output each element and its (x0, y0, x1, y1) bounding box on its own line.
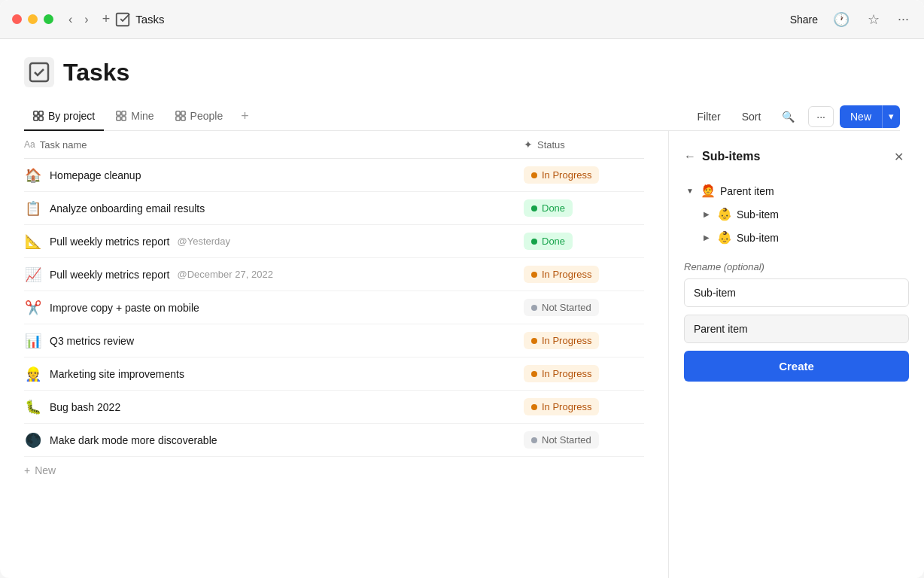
status-badge: In Progress (524, 166, 599, 184)
chevron-down-icon: ▾ (889, 111, 894, 122)
svg-rect-5 (39, 117, 43, 120)
status-cell: In Progress (524, 365, 644, 382)
status-badge: In Progress (524, 332, 599, 349)
status-dot (531, 371, 537, 377)
tab-people-label: People (190, 110, 223, 122)
panel-header: ← Sub-items ✕ (684, 146, 909, 167)
status-cell: In Progress (524, 266, 644, 283)
new-button[interactable]: New (840, 105, 882, 128)
tab-mine[interactable]: Mine (107, 102, 163, 131)
panel-back-button[interactable]: ← (684, 150, 696, 163)
status-cell: Done (524, 233, 644, 250)
table-row[interactable]: 📈 Pull weekly metrics report @December 2… (24, 258, 644, 291)
svg-rect-11 (181, 111, 184, 115)
svg-rect-12 (175, 117, 179, 120)
status-cell: In Progress (524, 398, 644, 415)
tree-toggle-2[interactable]: ▶ (701, 232, 713, 244)
task-name: ✂️ Improve copy + paste on mobile (24, 292, 524, 324)
svg-rect-10 (175, 111, 179, 115)
plus-icon: + (24, 464, 30, 476)
create-button[interactable]: Create (684, 351, 909, 382)
grid-icon-people (175, 111, 186, 121)
add-tab-button[interactable]: + (235, 104, 255, 129)
table-row[interactable]: 👷 Marketing site improvements In Progres… (24, 357, 644, 391)
tree-toggle-1[interactable]: ▶ (701, 208, 713, 221)
svg-rect-1 (30, 63, 48, 81)
tree-children: ▶ 👶 Sub-item ▶ 👶 Sub-item (701, 202, 909, 249)
status-badge: In Progress (524, 398, 599, 415)
sub-emoji-1: 👶 (717, 207, 732, 221)
task-emoji: 🐛 (24, 399, 42, 415)
back-button[interactable]: ‹ (65, 11, 75, 28)
task-name: 📐 Pull weekly metrics report @Yesterday (24, 226, 524, 257)
status-header-icon: ✦ (524, 138, 533, 151)
maximize-button[interactable] (44, 14, 53, 24)
tab-mine-label: Mine (131, 110, 153, 122)
status-dot (531, 305, 537, 311)
page-title: Tasks (63, 59, 129, 87)
task-name: 📊 Q3 metrics review (24, 325, 524, 357)
status-badge: In Progress (524, 365, 599, 382)
traffic-lights (12, 14, 53, 24)
table-row[interactable]: 📋 Analyze onboarding email results Done (24, 192, 644, 225)
page-icon (24, 57, 54, 87)
sub-label-1: Sub-item (737, 208, 779, 221)
task-emoji: 🏠 (24, 167, 42, 184)
col-status-header: ✦ Status (524, 138, 644, 151)
svg-rect-4 (34, 117, 38, 120)
app-window: ‹ › + Tasks Share 🕐 ☆ ··· Tasks (0, 0, 924, 578)
col-name-header: Aa Task name (24, 139, 524, 151)
tree-toggle-icon[interactable]: ▼ (684, 185, 696, 197)
add-button[interactable]: + (98, 10, 115, 29)
svg-rect-8 (117, 117, 120, 120)
status-badge: In Progress (524, 266, 599, 283)
clock-icon[interactable]: 🕐 (830, 8, 853, 31)
table-row[interactable]: 🏠 Homepage cleanup In Progress (24, 159, 644, 192)
table-row[interactable]: ✂️ Improve copy + paste on mobile Not St… (24, 291, 644, 324)
task-emoji: ✂️ (24, 300, 42, 316)
star-icon[interactable]: ☆ (865, 8, 883, 31)
forward-button[interactable]: › (81, 11, 91, 28)
close-button[interactable] (12, 14, 22, 24)
window-title: Tasks (135, 13, 164, 26)
share-button[interactable]: Share (790, 14, 818, 26)
form-section: Rename (optional) Create (684, 261, 909, 382)
task-name: 🐛 Bug bash 2022 (24, 391, 524, 423)
sub-item-2[interactable]: ▶ 👶 Sub-item (701, 226, 909, 249)
sort-button[interactable]: Sort (734, 106, 769, 127)
search-button[interactable]: 🔍 (774, 106, 802, 127)
aa-icon: Aa (24, 139, 35, 150)
more-icon[interactable]: ··· (895, 8, 912, 30)
table-row[interactable]: 🌑 Make dark mode more discoverable Not S… (24, 424, 644, 457)
rename-label: Rename (optional) (684, 261, 909, 272)
new-button-group: New ▾ (840, 105, 900, 128)
sub-item-1[interactable]: ▶ 👶 Sub-item (701, 202, 909, 226)
panel-close-button[interactable]: ✕ (888, 146, 909, 167)
minimize-button[interactable] (28, 14, 38, 24)
status-dot (531, 404, 537, 410)
status-dot (531, 338, 537, 344)
task-name: 🏠 Homepage cleanup (24, 160, 524, 191)
sub-label-2: Sub-item (737, 232, 779, 244)
more-options-button[interactable]: ··· (808, 106, 834, 127)
status-cell: In Progress (524, 332, 644, 349)
subitem-input[interactable] (684, 278, 909, 307)
parent-input[interactable] (684, 315, 909, 343)
parent-tree-item[interactable]: ▼ 🧑‍🦰 Parent item (684, 179, 909, 202)
titlebar: ‹ › + Tasks Share 🕐 ☆ ··· (0, 0, 924, 39)
new-dropdown-button[interactable]: ▾ (882, 105, 900, 128)
add-task-row[interactable]: + New (24, 457, 644, 484)
table-row[interactable]: 📊 Q3 metrics review In Progress (24, 324, 644, 357)
subitems-panel: ← Sub-items ✕ ▼ 🧑‍🦰 Parent item ▶ 👶 Sub-… (668, 131, 924, 578)
grid-icon (33, 111, 44, 121)
status-dot (531, 239, 537, 245)
tab-people[interactable]: People (166, 102, 233, 131)
filter-button[interactable]: Filter (690, 106, 728, 127)
table-row[interactable]: 🐛 Bug bash 2022 In Progress (24, 391, 644, 424)
tab-by-project[interactable]: By project (24, 102, 104, 131)
task-date: @December 27, 2022 (178, 269, 273, 280)
status-cell: Done (524, 199, 644, 217)
table-row[interactable]: 📐 Pull weekly metrics report @Yesterday … (24, 225, 644, 258)
titlebar-actions: Share 🕐 ☆ ··· (790, 8, 912, 31)
status-cell: In Progress (524, 166, 644, 184)
